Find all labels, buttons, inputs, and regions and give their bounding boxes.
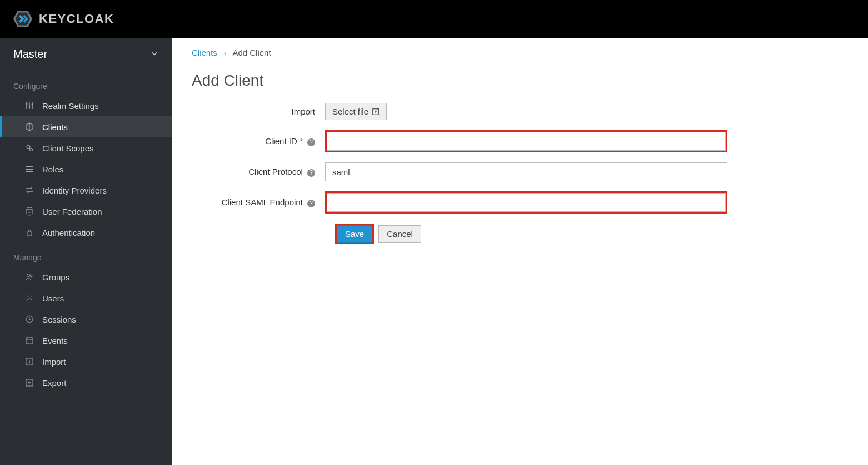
sidebar-item-export[interactable]: Export [0, 372, 172, 393]
sidebar-item-user-federation[interactable]: User Federation [0, 201, 172, 222]
breadcrumb-separator-icon: › [224, 50, 226, 57]
sidebar-item-label: Identity Providers [42, 186, 107, 195]
form-actions: Save Cancel [335, 224, 848, 244]
sidebar-item-sessions[interactable]: Sessions [0, 309, 172, 330]
import-icon [372, 108, 380, 116]
help-icon[interactable]: ? [307, 169, 315, 177]
brand-name: KEYCLOAK [39, 12, 114, 26]
realm-name: Master [13, 48, 47, 61]
sidebar: Master ConfigureRealm SettingsClientsCli… [0, 38, 172, 465]
cube-icon [24, 122, 34, 132]
form-row-client-id: Client ID * ? [192, 130, 848, 152]
sidebar-item-label: Groups [42, 273, 69, 282]
svg-point-2 [26, 103, 28, 105]
sidebar-item-label: User Federation [42, 207, 102, 216]
import-icon [24, 357, 34, 367]
client-protocol-label: Client Protocol ? [192, 167, 325, 177]
main-content: Clients › Add Client Add Client Import S… [172, 38, 868, 465]
chevron-down-icon [151, 50, 158, 59]
select-file-button[interactable]: Select file [325, 103, 387, 120]
user-icon [24, 293, 34, 303]
sidebar-item-label: Authentication [42, 228, 95, 238]
cogs-icon [24, 143, 34, 153]
svg-rect-8 [27, 232, 32, 236]
svg-point-4 [32, 104, 33, 106]
exchange-icon [24, 185, 34, 195]
sidebar-item-label: Client Scopes [42, 144, 94, 153]
cancel-button[interactable]: Cancel [378, 225, 421, 243]
form-row-client-protocol: Client Protocol ? [192, 162, 848, 181]
sidebar-item-events[interactable]: Events [0, 330, 172, 351]
form-row-client-saml-endpoint: Client SAML Endpoint ? [192, 191, 848, 214]
select-file-label: Select file [332, 107, 368, 116]
sidebar-item-roles[interactable]: Roles [0, 159, 172, 180]
sliders-icon [24, 101, 34, 111]
breadcrumb-current: Add Client [232, 48, 271, 57]
client-saml-endpoint-input[interactable] [327, 193, 726, 212]
section-label: Manage [0, 243, 172, 266]
users-icon [24, 272, 34, 282]
svg-point-5 [27, 145, 30, 149]
sidebar-item-label: Import [42, 357, 66, 367]
sidebar-item-label: Sessions [42, 315, 76, 324]
brand-logo[interactable]: KEYCLOAK [12, 8, 114, 29]
clock-icon [24, 314, 34, 324]
topbar: KEYCLOAK [0, 0, 868, 38]
lock-icon [24, 227, 34, 238]
svg-point-7 [27, 207, 32, 210]
sidebar-item-identity-providers[interactable]: Identity Providers [0, 180, 172, 201]
svg-point-9 [27, 274, 30, 277]
save-button[interactable]: Save [337, 225, 372, 243]
sidebar-item-label: Users [42, 294, 64, 303]
svg-point-11 [28, 295, 31, 298]
client-id-label: Client ID * ? [192, 136, 325, 146]
svg-point-3 [29, 106, 31, 108]
client-id-input[interactable] [327, 132, 726, 151]
sidebar-item-users[interactable]: Users [0, 288, 172, 309]
sidebar-item-label: Realm Settings [42, 101, 99, 111]
sidebar-item-client-scopes[interactable]: Client Scopes [0, 137, 172, 159]
sidebar-item-groups[interactable]: Groups [0, 266, 172, 288]
list-icon [24, 164, 34, 174]
form-row-import: Import Select file [192, 103, 848, 120]
export-icon [24, 378, 34, 388]
database-icon [24, 206, 34, 216]
import-label: Import [192, 107, 325, 116]
client-saml-endpoint-label: Client SAML Endpoint ? [192, 197, 325, 207]
sidebar-item-label: Export [42, 378, 66, 388]
sidebar-item-import[interactable]: Import [0, 351, 172, 372]
help-icon[interactable]: ? [307, 138, 315, 146]
page-title: Add Client [172, 57, 868, 103]
add-client-form: Import Select file Client ID * ? [172, 103, 868, 244]
client-protocol-select[interactable] [325, 162, 727, 181]
help-icon[interactable]: ? [307, 200, 315, 207]
svg-point-6 [30, 149, 33, 151]
calendar-icon [24, 335, 34, 345]
breadcrumb-parent-link[interactable]: Clients [192, 48, 217, 57]
keycloak-logo-icon [12, 8, 33, 29]
section-label: Configure [0, 72, 172, 95]
sidebar-item-label: Roles [42, 165, 63, 174]
realm-selector[interactable]: Master [0, 38, 172, 72]
sidebar-item-clients[interactable]: Clients [0, 116, 172, 137]
sidebar-item-realm-settings[interactable]: Realm Settings [0, 95, 172, 116]
sidebar-item-label: Events [42, 336, 68, 345]
svg-rect-13 [26, 338, 33, 344]
svg-point-10 [30, 275, 32, 277]
sidebar-item-authentication[interactable]: Authentication [0, 222, 172, 243]
breadcrumb: Clients › Add Client [172, 38, 868, 57]
sidebar-item-label: Clients [42, 122, 68, 132]
required-indicator: * [300, 136, 303, 146]
